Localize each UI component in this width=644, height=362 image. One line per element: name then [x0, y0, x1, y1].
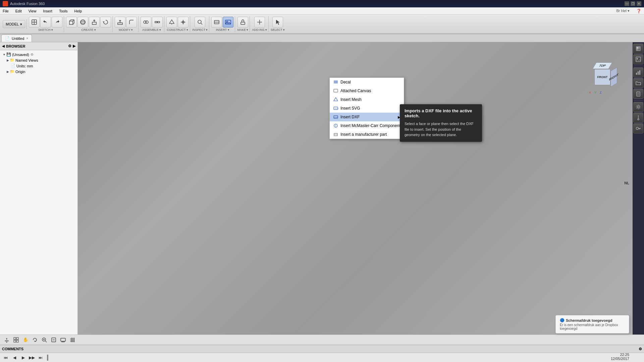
menu-edit[interactable]: Edit: [14, 8, 23, 14]
tab-close[interactable]: ×: [26, 37, 28, 40]
browser-expand-icon[interactable]: ▶: [73, 44, 75, 48]
box-button[interactable]: [66, 17, 77, 27]
make-label: MAKE ▾: [237, 28, 248, 32]
menu-tools[interactable]: Tools: [58, 8, 69, 14]
close-button[interactable]: ✕: [637, 1, 641, 6]
make-button[interactable]: [237, 17, 248, 27]
svg-rect-55: [636, 57, 641, 62]
tree-item-unsaved[interactable]: ▼ 💾 (Unsaved) ⚙: [0, 52, 77, 57]
status-fit-icon[interactable]: [50, 336, 58, 344]
main-tab[interactable]: 📄 Untitled ×: [1, 35, 32, 42]
browser-collapse-arrow[interactable]: ◀: [2, 44, 5, 48]
menu-item-decal[interactable]: Decal: [330, 78, 404, 86]
tree-arrow-origin: ▶: [7, 70, 9, 73]
insert-decal-button[interactable]: [211, 17, 222, 27]
sketch-button[interactable]: [29, 17, 40, 27]
timeline-prev-button[interactable]: ◀: [11, 354, 18, 361]
rs-btn-key[interactable]: [633, 123, 643, 133]
fillet-button[interactable]: [126, 17, 137, 27]
tree-item-origin[interactable]: ▶ 📁 Origin: [0, 69, 77, 74]
status-grid-icon[interactable]: [12, 336, 20, 344]
assemble-group: ASSEMBLE ▾: [139, 16, 164, 32]
status-zoom-icon[interactable]: [40, 336, 48, 344]
tree-item-units: 📄 Units: mm: [0, 63, 77, 69]
notification-body: Er is een schermafdruk aan je Dropbox to…: [560, 323, 625, 330]
menu-item-insert-mcmaster[interactable]: Insert McMaster-Carr Component: [330, 121, 404, 130]
timeline-end-button[interactable]: ⏭: [37, 354, 44, 361]
rs-btn-clipboard[interactable]: [633, 89, 643, 99]
status-display-icon[interactable]: [59, 336, 67, 344]
tree-icon-unsaved: 💾: [6, 52, 11, 57]
menu-item-attached-canvas[interactable]: Attached Canvas: [330, 86, 404, 95]
menu-item-insert-svg[interactable]: SVG Insert SVG: [330, 104, 404, 113]
decal-icon: [333, 79, 338, 85]
extrude-button[interactable]: [89, 17, 100, 27]
construct-label: CONSTRUCT ▾: [167, 28, 188, 32]
cube-face-front[interactable]: FRONT: [594, 69, 610, 85]
sphere-button[interactable]: [77, 17, 88, 27]
menu-help[interactable]: Help: [73, 8, 84, 14]
timeline-next-button[interactable]: ▶▶: [28, 354, 36, 361]
svg-text:DXF: DXF: [334, 116, 338, 118]
browser-header: ◀ BROWSER ⚙ ▶: [0, 42, 77, 50]
svg-rect-71: [14, 338, 16, 340]
view-cube: TOP FRONT RIGHT X Y Z: [589, 62, 616, 89]
notification-toast: 🔵 Schermafdruk toegevoegd Er is een sche…: [555, 315, 629, 334]
insert-manufacturer-icon: [333, 132, 338, 137]
assemble-button[interactable]: [141, 17, 151, 27]
construct2-button[interactable]: [178, 17, 189, 27]
select-button[interactable]: [272, 17, 283, 27]
tree-icon-origin: 📁: [10, 69, 14, 74]
rs-btn-pin[interactable]: [633, 113, 643, 123]
model-dropdown[interactable]: MODEL ▾: [3, 20, 25, 28]
select-group: SELECT ▾: [269, 16, 286, 32]
timeline-play-button[interactable]: ▶: [19, 354, 27, 361]
canvas-area[interactable]: TOP FRONT RIGHT X Y Z: [78, 42, 633, 335]
menu-item-insert-mesh[interactable]: Insert Mesh: [330, 95, 404, 104]
menu-file[interactable]: File: [1, 8, 10, 14]
menu-view[interactable]: View: [27, 8, 38, 14]
addins-button[interactable]: [254, 17, 265, 27]
redo-button[interactable]: [52, 17, 62, 27]
cube-axes: X Y Z: [589, 91, 602, 94]
comments-settings-icon[interactable]: ⚙: [639, 347, 642, 351]
create-group: CREATE ▾: [65, 16, 113, 32]
tree-settings-unsaved[interactable]: ⚙: [31, 53, 34, 56]
tooltip-title: Imports a DXF file into the active sketc…: [405, 108, 477, 118]
rs-btn-folder[interactable]: [633, 78, 643, 88]
restore-button[interactable]: ❐: [631, 1, 635, 6]
tab-icon: 📄: [5, 36, 10, 41]
revolve-button[interactable]: [100, 17, 111, 27]
rs-btn-settings[interactable]: [633, 102, 643, 112]
minimize-button[interactable]: —: [625, 1, 629, 6]
svg-marker-26: [169, 20, 174, 23]
status-grid2-icon[interactable]: [68, 336, 76, 344]
joint-button[interactable]: [152, 17, 163, 27]
undo-button[interactable]: [40, 17, 51, 27]
rs-btn-analytics[interactable]: [633, 67, 643, 77]
menu-item-insert-manufacturer[interactable]: Insert a manufacturer part: [330, 130, 404, 139]
tree-icon-named-views: 📁: [10, 58, 14, 62]
cube-face-top[interactable]: TOP: [592, 62, 612, 69]
construct-button[interactable]: [166, 17, 177, 27]
menu-item-insert-dxf[interactable]: DXF Insert DXF ▶: [330, 113, 404, 121]
timeline-start-button[interactable]: ⏮: [2, 354, 9, 361]
status-rotate-icon[interactable]: [31, 336, 39, 344]
insert-canvas-button[interactable]: [223, 17, 233, 27]
menu-insert[interactable]: Insert: [42, 8, 54, 14]
inspect-button[interactable]: [195, 17, 205, 27]
menu-item-insert-manufacturer-label: Insert a manufacturer part: [340, 132, 387, 137]
browser-settings-icon[interactable]: ⚙: [68, 44, 71, 48]
press-pull-button[interactable]: [115, 17, 125, 27]
rs-btn-texture[interactable]: [633, 54, 643, 64]
clock-date: 12/05/2017: [611, 357, 629, 361]
status-pan-icon[interactable]: ✋: [21, 336, 30, 344]
help-icon[interactable]: ❓: [635, 8, 643, 14]
tree-item-named-views[interactable]: ▶ 📁 Named Views: [0, 57, 77, 63]
tree-label-origin: Origin: [15, 70, 25, 74]
status-move-icon[interactable]: [3, 336, 11, 344]
comments-label: COMMENTS: [2, 347, 23, 351]
rs-btn-materials[interactable]: [633, 44, 643, 54]
comments-header: COMMENTS ⚙: [0, 345, 644, 353]
cube-face-right[interactable]: RIGHT: [610, 67, 617, 87]
